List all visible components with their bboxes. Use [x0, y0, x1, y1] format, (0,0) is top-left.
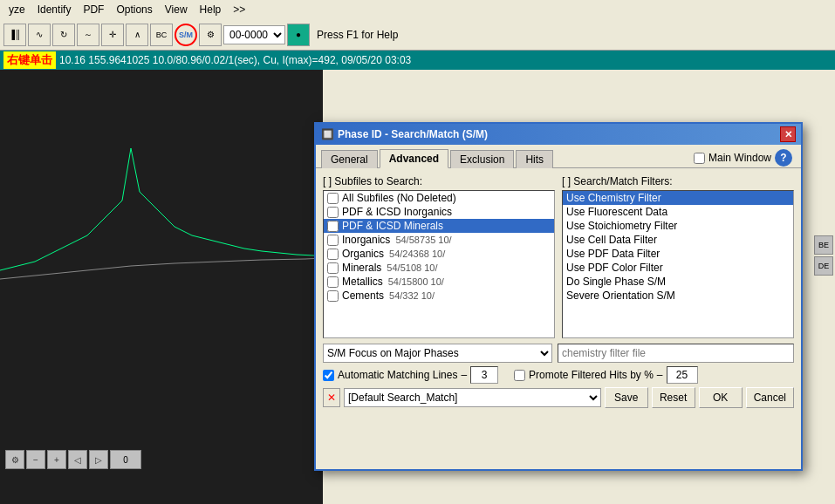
dialog-titlebar: 🔲 Phase ID - Search/Match (S/M) ✕: [316, 124, 801, 145]
be-btn[interactable]: BE: [814, 235, 833, 255]
dialog-title-left: 🔲 Phase ID - Search/Match (S/M): [321, 128, 488, 140]
toolbar-btn-barchart[interactable]: ▐║: [3, 24, 26, 46]
menu-bar: yze Identify PDF Options View Help >>: [0, 0, 835, 19]
toolbar-help-text: Press F1 for Help: [311, 29, 403, 41]
data-inorganics: 54/58735 10/: [395, 235, 451, 245]
save-button[interactable]: Save: [605, 387, 648, 408]
two-column-layout: [ ] Subfiles to Search: All Subfiles (No…: [323, 175, 794, 338]
main-window-checkbox[interactable]: [694, 153, 705, 164]
tab-general[interactable]: General: [321, 150, 378, 168]
ok-button[interactable]: OK: [699, 387, 743, 408]
list-item-inorganics[interactable]: Inorganics 54/58735 10/: [324, 233, 554, 247]
left-listbox[interactable]: All Subfiles (No Deleted) PDF & ICSD Ino…: [323, 190, 555, 338]
filter-use-cell-data[interactable]: Use Cell Data Filter: [563, 233, 793, 247]
chart-btn-minus[interactable]: −: [26, 450, 45, 469]
menu-identify[interactable]: Identify: [32, 3, 77, 17]
filter-use-chemistry[interactable]: Use Chemistry Filter: [563, 191, 793, 205]
filter-use-stoichiometry[interactable]: Use Stoichiometry Filter: [563, 219, 793, 233]
right-listbox[interactable]: Use Chemistry Filter Use Fluorescent Dat…: [562, 190, 794, 338]
chart-area: ⚙ − + ◁ ▷ 0: [0, 70, 323, 504]
toolbar-btn-peak[interactable]: ∧: [126, 24, 148, 46]
menu-help[interactable]: Help: [195, 3, 227, 17]
toolbar-dropdown[interactable]: 00-0000: [223, 25, 285, 44]
reset-button[interactable]: Reset: [652, 387, 695, 408]
bottom-row2: Automatic Matching Lines – Promote Filte…: [323, 366, 794, 384]
list-item-minerals[interactable]: Minerals 54/5108 10/: [324, 261, 554, 275]
chart-counter: 0: [110, 450, 141, 469]
checkbox-pdf-icsd-inorganics[interactable]: [327, 207, 339, 218]
toolbar-btn-color[interactable]: ●: [287, 24, 310, 46]
filter-single-phase[interactable]: Do Single Phase S/M: [563, 275, 793, 289]
data-cements: 54/332 10/: [389, 290, 435, 301]
promote-value[interactable]: [667, 366, 698, 384]
checkbox-cements[interactable]: [327, 290, 339, 302]
label-severe-orientation: Severe Orientation S/M: [566, 289, 675, 302]
focus-dropdown[interactable]: S/M Focus on Major Phases: [323, 344, 552, 363]
label-use-stoichiometry: Use Stoichiometry Filter: [566, 220, 677, 232]
label-use-fluorescent: Use Fluorescent Data: [566, 206, 667, 218]
toolbar-btn-bc[interactable]: BC: [150, 24, 173, 46]
menu-view[interactable]: View: [160, 3, 193, 17]
filter-use-pdf-color[interactable]: Use PDF Color Filter: [563, 261, 793, 275]
tab-hits[interactable]: Hits: [516, 150, 553, 168]
dialog-title-text: Phase ID - Search/Match (S/M): [338, 128, 488, 140]
tab-advanced[interactable]: Advanced: [380, 149, 448, 168]
label-use-cell-data: Use Cell Data Filter: [566, 234, 657, 246]
auto-match-checkbox[interactable]: [323, 370, 334, 381]
menu-more[interactable]: >>: [228, 3, 250, 17]
label-use-chemistry: Use Chemistry Filter: [566, 192, 661, 204]
label-use-pdf-data: Use PDF Data Filter: [566, 248, 660, 260]
data-metallics: 54/15800 10/: [388, 276, 444, 287]
help-button[interactable]: ?: [775, 149, 792, 167]
chart-btn-left[interactable]: ◁: [68, 450, 87, 469]
list-item-organics[interactable]: Organics 54/24368 10/: [324, 247, 554, 261]
data-minerals: 54/5108 10/: [387, 262, 437, 273]
main-window-label: Main Window: [708, 152, 771, 164]
checkbox-inorganics[interactable]: [327, 235, 339, 246]
filter-use-pdf-data[interactable]: Use PDF Data Filter: [563, 247, 793, 261]
toolbar-btn-sm[interactable]: S/M: [175, 24, 197, 46]
dialog-icon: 🔲: [321, 128, 334, 140]
list-item-all-subfiles[interactable]: All Subfiles (No Deleted): [324, 191, 554, 205]
label-pdf-icsd-minerals: PDF & ICSD Minerals: [342, 220, 443, 232]
chemistry-filter-input[interactable]: [558, 344, 794, 363]
dash2: –: [657, 369, 663, 381]
dialog-body: [ ] Subfiles to Search: All Subfiles (No…: [316, 168, 801, 415]
chart-btn-settings[interactable]: ⚙: [5, 450, 24, 469]
filter-severe-orientation[interactable]: Severe Orientation S/M: [563, 289, 793, 303]
promote-checkbox[interactable]: [514, 370, 525, 381]
chart-btn-right[interactable]: ▷: [89, 450, 108, 469]
checkbox-organics[interactable]: [327, 249, 339, 260]
info-bar: 右键单击 10.16 155.9641025 10.0/80.96/0.02/1…: [0, 51, 835, 70]
menu-options[interactable]: Options: [111, 3, 157, 17]
info-text: 10.16 155.9641025 10.0/80.96/0.02/1(sec)…: [59, 54, 411, 66]
dialog-close-button[interactable]: ✕: [780, 126, 796, 142]
checkbox-minerals[interactable]: [327, 262, 339, 274]
menu-yze[interactable]: yze: [3, 3, 31, 17]
tab-exclusion[interactable]: Exclusion: [450, 150, 514, 168]
toolbar-btn-refresh[interactable]: ↻: [52, 24, 75, 46]
cancel-button[interactable]: Cancel: [746, 387, 794, 408]
label-use-pdf-color: Use PDF Color Filter: [566, 262, 663, 274]
list-item-metallics[interactable]: Metallics 54/15800 10/: [324, 275, 554, 289]
checkbox-pdf-icsd-minerals[interactable]: [327, 221, 339, 232]
checkbox-all-subfiles[interactable]: [327, 193, 339, 204]
de-btn[interactable]: DE: [814, 256, 833, 276]
promote-label: Promote Filtered Hits by %: [529, 369, 654, 381]
list-item-pdf-icsd-inorganics[interactable]: PDF & ICSD Inorganics: [324, 205, 554, 219]
toolbar-btn-wave[interactable]: ∿: [28, 24, 51, 46]
toolbar-btn-move[interactable]: ✛: [101, 24, 124, 46]
menu-pdf[interactable]: PDF: [78, 3, 109, 17]
tabs-group: General Advanced Exclusion Hits: [321, 148, 553, 167]
chart-btn-plus[interactable]: +: [47, 450, 66, 469]
list-item-cements[interactable]: Cements 54/332 10/: [324, 289, 554, 303]
toolbar-btn-wave2[interactable]: ～: [77, 24, 99, 46]
x-button[interactable]: ✕: [323, 388, 340, 407]
checkbox-metallics[interactable]: [327, 276, 339, 288]
data-organics: 54/24368 10/: [389, 249, 445, 259]
list-item-pdf-icsd-minerals[interactable]: PDF & ICSD Minerals: [324, 219, 554, 233]
filter-use-fluorescent[interactable]: Use Fluorescent Data: [563, 205, 793, 219]
toolbar-btn-gear[interactable]: ⚙: [199, 24, 222, 46]
auto-match-value[interactable]: [470, 366, 498, 384]
search-match-dropdown[interactable]: [Default Search_Match]: [344, 388, 601, 407]
